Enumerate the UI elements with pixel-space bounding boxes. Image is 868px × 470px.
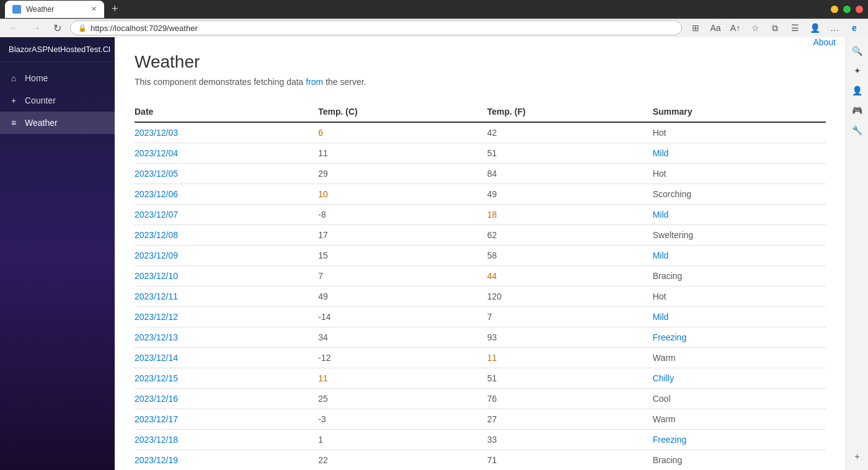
cell-date[interactable]: 2023/12/12	[135, 307, 318, 327]
cell-date[interactable]: 2023/12/09	[135, 246, 318, 266]
browser-chrome: Weather ✕ + ← → ↻ 🔒 https://localhost:70…	[0, 0, 868, 37]
reader-icon[interactable]: Aa	[707, 19, 724, 37]
settings-icon[interactable]: …	[826, 19, 843, 37]
cell-summary: Sweltering	[653, 225, 826, 246]
sidebar: BlazorASPNetHostedTest.Cl ⌂ Home + Count…	[0, 37, 115, 470]
table-row: 2023/12/162576Cool	[135, 389, 826, 409]
sidebar-item-home[interactable]: ⌂ Home	[0, 67, 115, 89]
minimize-button[interactable]	[831, 6, 838, 13]
new-tab-button[interactable]: +	[107, 2, 123, 16]
address-bar[interactable]: 🔒 https://localhost:7029/weather	[70, 20, 682, 35]
cell-summary: Mild	[653, 205, 826, 225]
cell-summary: Bracing	[653, 450, 826, 471]
extensions-icon[interactable]: ⊞	[687, 19, 704, 37]
cell-date[interactable]: 2023/12/13	[135, 327, 318, 348]
tab-close-button[interactable]: ✕	[91, 5, 97, 13]
cell-tempc: 25	[318, 389, 487, 409]
cell-tempc: 15	[318, 246, 487, 266]
cell-tempf: 11	[487, 348, 653, 368]
edge-search-icon[interactable]: 🔍	[849, 42, 866, 60]
browser-tab[interactable]: Weather ✕	[5, 1, 104, 18]
cell-summary: Warm	[653, 348, 826, 368]
page-title: Weather	[135, 52, 826, 72]
cell-tempc: 11	[318, 368, 487, 389]
maximize-button[interactable]	[843, 6, 851, 13]
cell-summary: Bracing	[653, 266, 826, 286]
cell-tempf: 71	[487, 450, 653, 471]
cell-tempc: 1	[318, 430, 487, 450]
cell-date[interactable]: 2023/12/05	[135, 164, 318, 184]
cell-summary: Mild	[653, 143, 826, 164]
edge-copilot-icon[interactable]: ✦	[849, 62, 866, 79]
cell-summary: Hot	[653, 122, 826, 143]
cell-summary: Freezing	[653, 430, 826, 450]
sidebar-item-weather[interactable]: ≡ Weather	[0, 112, 115, 134]
cell-date[interactable]: 2023/12/06	[135, 184, 318, 205]
cell-date[interactable]: 2023/12/03	[135, 122, 318, 143]
sidebar-brand: BlazorASPNetHostedTest.Cl	[0, 37, 115, 62]
cell-tempf: 7	[487, 307, 653, 327]
cell-tempf: 120	[487, 286, 653, 307]
subtitle-pre: This component demonstrates fetching dat…	[135, 77, 306, 87]
cell-date[interactable]: 2023/12/08	[135, 225, 318, 246]
table-header: Date Temp. (C) Temp. (F) Summary	[135, 102, 826, 122]
cell-tempc: 11	[318, 143, 487, 164]
cell-tempf: 58	[487, 246, 653, 266]
cell-date[interactable]: 2023/12/14	[135, 348, 318, 368]
edge-icon[interactable]: e	[846, 19, 863, 37]
main-content: About Weather This component demonstrate…	[115, 37, 846, 470]
account-icon[interactable]: 👤	[806, 19, 823, 37]
cell-tempf: 51	[487, 368, 653, 389]
cell-date[interactable]: 2023/12/04	[135, 143, 318, 164]
close-button[interactable]	[856, 6, 863, 13]
cell-tempf: 76	[487, 389, 653, 409]
split-view-icon[interactable]: ⧉	[766, 19, 784, 37]
sidebar-item-counter[interactable]: + Counter	[0, 89, 115, 112]
table-row: 2023/12/041151Mild	[135, 143, 826, 164]
cell-summary: Scorching	[653, 184, 826, 205]
cell-tempc: 29	[318, 164, 487, 184]
cell-date[interactable]: 2023/12/10	[135, 266, 318, 286]
read-aloud-icon[interactable]: A↑	[727, 19, 744, 37]
cell-tempf: 51	[487, 143, 653, 164]
cell-summary: Cool	[653, 389, 826, 409]
weather-icon: ≡	[9, 118, 19, 128]
favorites-icon[interactable]: ☆	[746, 19, 764, 37]
about-link[interactable]: About	[813, 37, 836, 47]
edge-user-icon[interactable]: 👤	[849, 82, 866, 99]
cell-date[interactable]: 2023/12/11	[135, 286, 318, 307]
cell-summary: Mild	[653, 307, 826, 327]
table-row: 2023/12/17-327Warm	[135, 409, 826, 430]
cell-date[interactable]: 2023/12/15	[135, 368, 318, 389]
refresh-button[interactable]: ↻	[50, 21, 65, 35]
subtitle-link[interactable]: from	[306, 77, 323, 87]
cell-tempc: -14	[318, 307, 487, 327]
cell-tempf: 33	[487, 430, 653, 450]
cell-summary: Mild	[653, 246, 826, 266]
table-row: 2023/12/133493Freezing	[135, 327, 826, 348]
collections-icon[interactable]: ☰	[786, 19, 804, 37]
table-body: 2023/12/03642Hot2023/12/041151Mild2023/1…	[135, 122, 826, 470]
cell-tempc: 17	[318, 225, 487, 246]
browser-titlebar: Weather ✕ +	[0, 0, 868, 19]
url-text: https://localhost:7029/weather	[91, 24, 198, 33]
cell-date[interactable]: 2023/12/18	[135, 430, 318, 450]
browser-toolbar: ← → ↻ 🔒 https://localhost:7029/weather ⊞…	[0, 19, 868, 38]
cell-date[interactable]: 2023/12/19	[135, 450, 318, 471]
lock-icon: 🔒	[78, 24, 87, 32]
cell-tempc: -8	[318, 205, 487, 225]
forward-button[interactable]: →	[27, 21, 45, 35]
cell-tempf: 18	[487, 205, 653, 225]
back-button[interactable]: ←	[5, 21, 22, 35]
cell-date[interactable]: 2023/12/17	[135, 409, 318, 430]
edge-tools-icon[interactable]: 🔧	[849, 122, 866, 139]
cell-tempc: 6	[318, 122, 487, 143]
table-row: 2023/12/14-1211Warm	[135, 348, 826, 368]
edge-games-icon[interactable]: 🎮	[849, 102, 866, 119]
table-header-row: Date Temp. (C) Temp. (F) Summary	[135, 102, 826, 122]
cell-date[interactable]: 2023/12/07	[135, 205, 318, 225]
edge-add-icon[interactable]: +	[849, 448, 866, 465]
table-row: 2023/12/151151Chilly	[135, 368, 826, 389]
cell-date[interactable]: 2023/12/16	[135, 389, 318, 409]
col-tempf: Temp. (F)	[487, 102, 653, 122]
